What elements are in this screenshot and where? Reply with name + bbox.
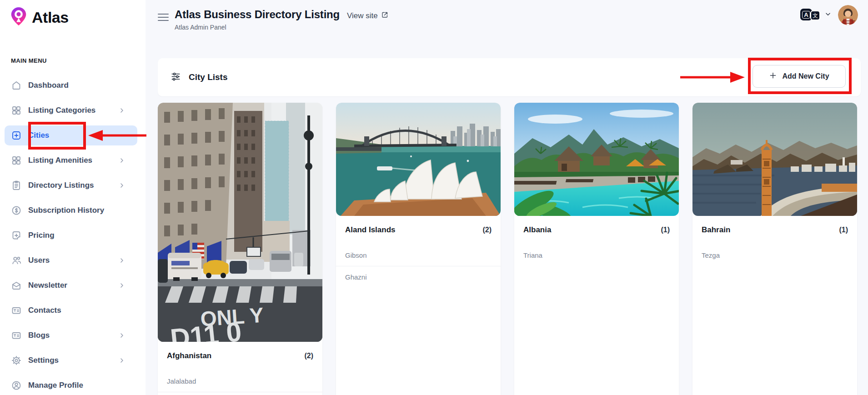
sidebar-item-directory-listings[interactable]: Directory Listings xyxy=(5,175,137,195)
sidebar-item-manage-profile[interactable]: Manage Profile xyxy=(5,375,137,395)
chevron-right-icon xyxy=(118,332,125,339)
city-row-clipped xyxy=(158,392,322,395)
city-image-bahrain xyxy=(692,103,857,216)
city-card: Bahrain (1) Tezga xyxy=(692,103,857,395)
brand-logo[interactable]: Atlas xyxy=(8,5,69,29)
chevron-right-icon xyxy=(118,282,125,289)
add-new-city-button[interactable]: Add New City xyxy=(753,65,846,88)
sidebar-item-listing-amenities[interactable]: Listing Amenities xyxy=(5,150,137,170)
user-avatar[interactable] xyxy=(838,5,858,25)
country-name: Afghanistan xyxy=(167,351,211,360)
sidebar-section-label: MAIN MENU xyxy=(11,57,47,64)
city-row: Gibson xyxy=(336,244,501,266)
sidebar-item-pricing[interactable]: Pricing xyxy=(5,225,137,245)
city-row: Tezga xyxy=(692,244,857,266)
translate-icon: A 文 xyxy=(800,8,820,22)
city-row: Ghazni xyxy=(336,266,501,288)
language-switcher[interactable]: A 文 xyxy=(800,8,832,22)
chevron-right-icon xyxy=(118,157,125,164)
grid-icon xyxy=(11,105,22,116)
page-subtitle: Atlas Admin Panel xyxy=(175,24,340,31)
home-icon xyxy=(11,80,22,91)
city-count: (2) xyxy=(304,352,313,360)
sidebar-item-subscription-history[interactable]: Subscription History xyxy=(5,200,137,220)
country-name: Aland Islands xyxy=(345,225,396,235)
sidebar-item-contacts[interactable]: Contacts xyxy=(5,300,137,320)
chevron-right-icon xyxy=(118,107,125,114)
file-plus-icon xyxy=(11,230,22,241)
city-card: Albania (1) Triana xyxy=(514,103,679,395)
city-row: Triana xyxy=(514,244,679,266)
section-title: City Lists xyxy=(189,72,228,82)
app-root: Atlas MAIN MENU Dashboard Listing Catego… xyxy=(0,0,868,395)
chevron-right-icon xyxy=(118,357,125,364)
sidebar-item-dashboard[interactable]: Dashboard xyxy=(5,75,137,95)
mail-icon xyxy=(11,280,22,291)
plus-square-icon xyxy=(11,130,22,141)
chevron-down-icon xyxy=(824,10,832,20)
contact-card-icon xyxy=(11,305,22,316)
sidebar-item-newsletter[interactable]: Newsletter xyxy=(5,275,137,295)
city-row: Jalalabad xyxy=(158,370,322,392)
city-image-afghanistan: ONL Y D11 0 xyxy=(158,103,322,342)
gear-icon xyxy=(11,355,22,366)
city-cards-grid: ONL Y D11 0 Afghanistan (2) Jalalabad xyxy=(158,103,857,395)
page-title-block: Atlas Business Directory Listing Atlas A… xyxy=(175,8,340,31)
map-pin-logo-icon xyxy=(8,5,29,29)
city-count: (2) xyxy=(482,226,492,234)
city-count: (1) xyxy=(661,226,670,234)
sidebar-item-settings[interactable]: Settings xyxy=(5,350,137,370)
dollar-circle-icon xyxy=(11,205,22,216)
country-name: Albania xyxy=(523,225,551,235)
city-lists-toolbar: City Lists Add New City xyxy=(158,58,861,96)
plus-icon xyxy=(769,71,777,81)
clipboard-icon xyxy=(11,180,22,191)
contact-card-icon xyxy=(11,330,22,341)
chevron-right-icon xyxy=(118,182,125,189)
city-card: ONL Y D11 0 Afghanistan (2) Jalalabad xyxy=(158,103,322,395)
view-site-link[interactable]: View site xyxy=(347,11,389,21)
menu-toggle-button[interactable] xyxy=(158,14,169,22)
brand-name: Atlas xyxy=(32,9,69,26)
sidebar-item-listing-categories[interactable]: Listing Categories xyxy=(5,100,137,120)
sidebar-item-cities[interactable]: Cities xyxy=(5,125,137,145)
city-count: (1) xyxy=(839,226,848,234)
city-image-albania xyxy=(514,103,679,216)
chevron-right-icon xyxy=(118,257,125,264)
users-icon xyxy=(11,255,22,266)
sidebar: Atlas MAIN MENU Dashboard Listing Catego… xyxy=(0,0,146,395)
city-image-aland-islands xyxy=(336,103,501,216)
country-name: Bahrain xyxy=(702,225,730,235)
city-card: Aland Islands (2) Gibson Ghazni xyxy=(336,103,501,395)
grid-icon xyxy=(11,155,22,166)
user-circle-icon xyxy=(11,380,22,391)
top-bar: Atlas Business Directory Listing Atlas A… xyxy=(146,0,868,43)
external-link-icon xyxy=(381,11,389,21)
sidebar-menu: Dashboard Listing Categories Cities List… xyxy=(0,75,146,395)
page-title: Atlas Business Directory Listing xyxy=(175,8,340,21)
sliders-icon xyxy=(171,71,181,84)
sidebar-item-users[interactable]: Users xyxy=(5,250,137,270)
sidebar-item-blogs[interactable]: Blogs xyxy=(5,325,137,345)
